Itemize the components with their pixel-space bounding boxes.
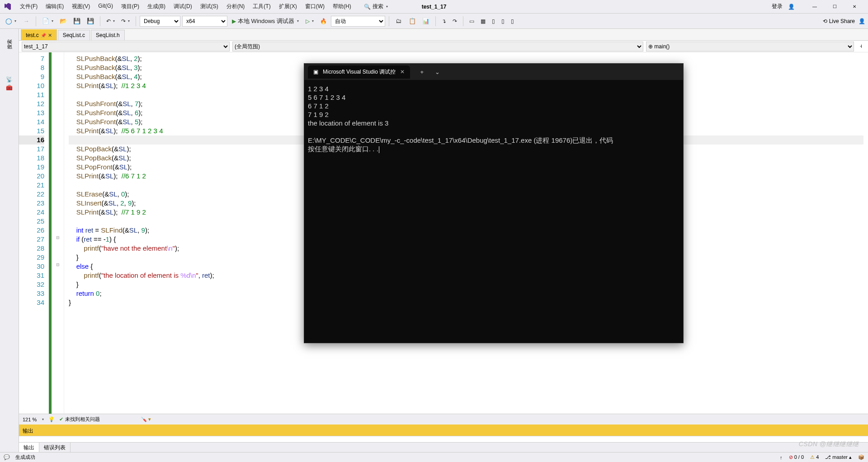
chat-icon[interactable]: 💬: [4, 454, 10, 460]
watermark: CSDN @继继继继继: [799, 440, 859, 448]
new-file-button[interactable]: 📄▾: [40, 16, 56, 26]
toolbar-icon-3[interactable]: 📊: [420, 16, 432, 26]
tab-label: test.c: [26, 32, 39, 38]
debug-label: 本地 Windows 调试器: [238, 17, 294, 25]
menu-工具(T)[interactable]: 工具(T): [249, 1, 274, 12]
main-menu: 文件(F)编辑(E)视图(V)Git(G)项目(P)生成(B)调试(D)测试(S…: [16, 1, 355, 12]
step-over-icon[interactable]: ↷: [450, 17, 459, 26]
split-editor-button[interactable]: ⫞: [857, 42, 865, 51]
menu-调试(D)[interactable]: 调试(D): [170, 1, 196, 12]
toolbar-icon-7[interactable]: ▯: [499, 17, 507, 26]
toolbar-icon-8[interactable]: ▯: [509, 17, 516, 26]
menu-扩展(X)[interactable]: 扩展(X): [275, 1, 301, 12]
menu-视图(V)[interactable]: 视图(V): [68, 1, 94, 12]
tab-close[interactable]: ✕: [48, 33, 52, 38]
toolbar-icon-2[interactable]: 📋: [406, 16, 418, 26]
user-icon[interactable]: 👤: [788, 4, 795, 10]
menu-帮助(H)[interactable]: 帮助(H): [329, 1, 355, 12]
redo-button[interactable]: ↷▾: [119, 17, 132, 26]
menu-Git(G)[interactable]: Git(G): [94, 1, 117, 12]
menu-测试(S)[interactable]: 测试(S): [197, 1, 222, 12]
start-nodebug-button[interactable]: ▷▾: [303, 17, 316, 26]
output-panel: 输出 输出错误列表: [19, 425, 868, 452]
zoom-level[interactable]: 121 %: [23, 417, 37, 422]
step-icon[interactable]: ↴: [439, 17, 448, 26]
login-link[interactable]: 登录: [772, 3, 783, 10]
platform-select[interactable]: x64: [182, 16, 227, 27]
issues-text: 未找到相关问题: [65, 416, 100, 423]
nav-back-button[interactable]: ◯▾: [3, 16, 19, 26]
menu-文件(F)[interactable]: 文件(F): [16, 1, 41, 12]
region-dropdown[interactable]: (全局范围): [232, 42, 643, 51]
bottom-tab[interactable]: 输出: [19, 443, 39, 452]
vs-logo-icon: [4, 3, 12, 11]
terminal-titlebar[interactable]: ▣ Microsoft Visual Studio 调试控 ✕ + ⌄: [304, 64, 683, 80]
scope-dropdown[interactable]: test_1_17: [22, 42, 230, 51]
terminal-tab-close[interactable]: ✕: [400, 69, 405, 75]
save-all-button[interactable]: 💾: [85, 16, 96, 26]
toolbar-icon-4[interactable]: ▭: [467, 17, 476, 26]
chevron-down-icon: ▾: [386, 5, 388, 9]
menu-项目(P)[interactable]: 项目(P): [118, 1, 143, 12]
menu-生成(B)[interactable]: 生成(B): [144, 1, 169, 12]
file-tab[interactable]: SeqLiist.h: [91, 30, 125, 40]
search-input[interactable]: [390, 4, 417, 10]
toolbar-icon-5[interactable]: ▦: [478, 17, 488, 26]
error-count: 0 / 0: [794, 454, 804, 460]
menu-分析(N)[interactable]: 分析(N): [223, 1, 249, 12]
terminal-tab[interactable]: ▣ Microsoft Visual Studio 调试控 ✕: [308, 65, 410, 79]
terminal-icon: ▣: [313, 69, 318, 75]
liveshare-button[interactable]: ⟲ Live Share: [823, 18, 855, 24]
menu-窗口(W)[interactable]: 窗口(W): [302, 1, 328, 12]
auto-select[interactable]: 自动: [331, 16, 385, 27]
terminal-body[interactable]: 1 2 3 4 5 6 7 1 2 3 4 6 7 1 2 7 1 9 2 th…: [304, 80, 683, 158]
left-gutter-label[interactable]: 搜索: [6, 39, 13, 49]
pin-icon[interactable]: 📌: [41, 33, 46, 38]
error-icon: ⊘: [789, 454, 793, 460]
screwdriver-icon[interactable]: 🪛 ▾: [141, 416, 151, 422]
editor-tabs: test.c📌✕SeqList.cSeqLiist.h: [19, 29, 868, 41]
terminal-dropdown[interactable]: ⌄: [431, 65, 443, 78]
server-explorer-icon[interactable]: 📡: [6, 76, 13, 83]
nav-fwd-button[interactable]: →: [20, 16, 32, 26]
code-nav-bar: test_1_17 (全局范围) ⊕ main() ⫞: [19, 41, 868, 52]
branch-indicator[interactable]: ⎇ master ▴: [825, 454, 852, 460]
debug-console-window[interactable]: ▣ Microsoft Visual Studio 调试控 ✕ + ⌄ 1 2 …: [304, 63, 684, 343]
toolbar-icon-1[interactable]: 🗂: [393, 16, 405, 26]
config-select[interactable]: Debug: [140, 16, 180, 27]
maximize-button[interactable]: ☐: [825, 0, 844, 13]
toolbar-icon-6[interactable]: ▯: [490, 17, 497, 26]
toolbox-icon[interactable]: 🧰: [6, 84, 13, 91]
fold-gutter[interactable]: ⊟⊟: [52, 52, 64, 414]
lightbulb-icon[interactable]: 💡: [48, 416, 55, 422]
output-header[interactable]: 输出: [19, 426, 868, 436]
tab-label: SeqLiist.h: [96, 32, 120, 38]
file-tab[interactable]: SeqList.c: [58, 30, 90, 40]
minimize-button[interactable]: —: [805, 0, 825, 13]
status-bar: 💬 生成成功 ↑ ⊘ 0 / 0 ⚠ 4 ⎇ master ▴ 📦: [0, 452, 868, 462]
account-icon[interactable]: 👤: [859, 18, 865, 24]
undo-button[interactable]: ↶▾: [104, 17, 117, 26]
warning-icon: ⚠: [810, 454, 815, 460]
file-tab[interactable]: test.c📌✕: [21, 29, 57, 40]
terminal-new-tab[interactable]: +: [415, 65, 428, 78]
save-button[interactable]: 💾: [71, 16, 83, 26]
check-icon: ✔: [59, 416, 63, 422]
close-button[interactable]: ✕: [844, 0, 864, 13]
bottom-tab[interactable]: 错误列表: [39, 443, 71, 452]
repo-icon[interactable]: 📦: [858, 454, 864, 460]
warning-count: 4: [816, 454, 819, 460]
build-status: 生成成功: [15, 454, 35, 461]
open-button[interactable]: 📂: [57, 16, 69, 26]
main-toolbar: ◯▾ → 📄▾ 📂 💾 💾 ↶▾ ↷▾ Debug x64 ▶本地 Window…: [0, 14, 868, 29]
tab-label: SeqList.c: [63, 32, 85, 38]
hot-reload-button[interactable]: 🔥: [318, 17, 329, 26]
title-search[interactable]: 🔍 搜索 ▾: [364, 3, 417, 10]
menu-编辑(E)[interactable]: 编辑(E): [42, 1, 67, 12]
start-debug-button[interactable]: ▶本地 Windows 调试器▾: [229, 16, 302, 27]
output-body[interactable]: [19, 436, 868, 442]
vcs-up-icon[interactable]: ↑: [780, 455, 783, 460]
function-dropdown[interactable]: ⊕ main(): [646, 42, 854, 51]
solution-name: test_1_17: [422, 4, 447, 10]
left-tool-gutter: 搜索 📡 🧰: [0, 29, 19, 452]
